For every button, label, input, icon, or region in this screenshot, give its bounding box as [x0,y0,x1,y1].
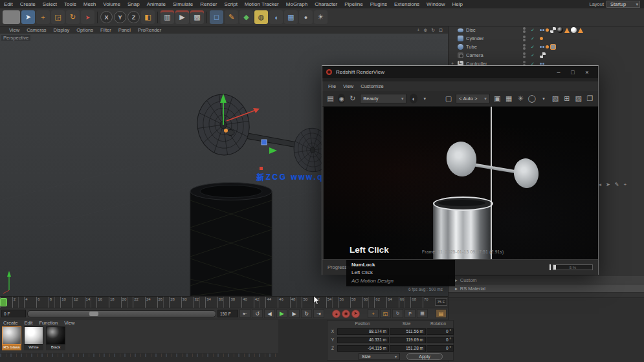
menu-item[interactable]: Motion Tracker [245,1,279,7]
material-menu-item[interactable]: Function [39,320,58,326]
object-label[interactable]: Camera [466,52,518,58]
render-menu-item[interactable]: File [328,83,336,89]
timeline-ruler[interactable]: 0246810121416182022242628303234363840424… [0,297,435,308]
menu-item[interactable]: Render [200,1,217,7]
rotation-field[interactable]: 0 ° [427,345,454,352]
scale-tool[interactable]: ◲ [51,10,65,24]
mograph-button[interactable]: ▦ [284,10,298,24]
autokeying-button[interactable]: ◉ [342,310,350,318]
menu-item[interactable]: Simulate [173,1,193,7]
viewport-menu-item[interactable]: Display [54,27,70,33]
texture-tag-icon[interactable] [550,44,556,50]
white-material-tag-icon[interactable] [571,27,577,33]
keying-settings-button[interactable]: ▤ [436,309,447,318]
play-loop-button[interactable]: ↻ [301,309,312,318]
black-material-tag-icon[interactable] [557,27,563,33]
material-menu-item[interactable]: Edit [25,320,33,326]
add-generator-button[interactable]: ◆ [239,10,253,24]
material-menu-item[interactable]: Create [3,320,18,326]
menu-item[interactable]: Character [315,1,337,7]
object-label[interactable]: Cylinder [466,36,518,41]
key-position-toggle[interactable]: + [368,309,379,318]
render-canvas[interactable]: Frame: 11: 2025-01-13 09:57:51 (2.91s) L… [324,107,598,259]
slider-thumb[interactable] [89,312,98,316]
snapshot-compare-button[interactable]: ▨ [574,93,583,104]
history-button[interactable] [3,10,20,24]
menu-item[interactable]: Animate [147,1,166,7]
material-menu-item[interactable]: View [64,320,74,326]
record-keyframe-button[interactable]: ● [332,310,340,318]
layout-select[interactable]: Startup [606,1,640,8]
enabled-check-icon[interactable]: ✓ [531,36,540,41]
record-options-button[interactable]: ➤ [351,310,360,318]
copy-image-button[interactable]: ❐ [586,93,594,104]
phong-tag-icon[interactable] [540,46,544,48]
display-mode-button[interactable]: ◐ [410,94,417,103]
play-backward-button[interactable]: ↺ [252,309,263,318]
smoothing-tag-icon[interactable] [546,45,549,48]
object-row[interactable]: Camera ✓ [449,51,644,59]
menu-item[interactable]: Plugins [370,1,387,7]
viewport-menu-item[interactable]: ProRender [138,27,161,33]
coordinate-system-button[interactable]: ◧ [141,10,155,24]
pen-icon[interactable]: ✎ [615,182,619,187]
object-row[interactable]: Cylinder ✓ [449,34,644,43]
size-field[interactable]: 511.56 m [390,328,426,335]
minimize-button[interactable]: – [551,69,566,76]
visibility-dots[interactable] [518,36,531,41]
add-spline-button[interactable]: ✎ [225,10,238,24]
object-row[interactable]: Disc ✓ [449,26,644,34]
viewport-menu-item[interactable]: Panel [118,27,131,33]
menu-item[interactable]: Mesh [83,1,96,7]
gap[interactable] [326,309,331,318]
chevron-down-icon[interactable]: ▾ [539,93,548,104]
viewport-nav-icon[interactable]: ⊕ [423,28,427,33]
position-field[interactable]: 46.331 m [337,337,389,343]
maximize-button[interactable]: □ [566,69,580,76]
material-item[interactable]: White [24,326,43,350]
render-settings-button[interactable]: ▩ [190,10,204,24]
pointer-icon[interactable]: ➤ [606,182,610,187]
viewport-menu-item[interactable]: View [9,27,19,33]
play-button[interactable]: ▶ [276,309,287,318]
smoothing-tag-icon[interactable] [546,28,549,32]
render-window-titlebar[interactable]: Redshift RenderView – □ × [322,66,598,78]
render-picture-viewer-button[interactable]: ▶ [175,10,189,24]
visibility-dots[interactable] [518,52,531,58]
last-tool-used[interactable]: ➤ [81,10,94,24]
add-camera-button[interactable]: ● [299,10,313,24]
render-view-button[interactable]: ▥ [161,10,174,24]
material-item[interactable]: RS Glass [2,326,21,350]
chevron-down-icon[interactable]: ▾ [421,93,429,104]
object-label[interactable]: Tube [466,44,518,50]
current-frame-field[interactable]: 0 F [1,310,26,317]
menu-item[interactable]: Tools [64,1,76,7]
phong-tag-icon[interactable] [540,29,544,31]
snowflake-freeze-button[interactable]: ✳ [516,93,525,104]
render-region-button[interactable]: ▢ [444,93,452,104]
material-thumbnail[interactable] [46,326,65,345]
restart-render-button[interactable]: ↻ [348,93,357,104]
size-field[interactable]: 151.28 m [390,345,426,352]
move-tool[interactable]: + [36,10,50,24]
key-parameter-toggle[interactable]: P [405,309,416,318]
menu-item[interactable]: Edit [4,1,13,7]
rs-tag-icon[interactable] [578,28,583,33]
gap[interactable] [361,309,366,318]
enabled-check-icon[interactable]: ✓ [531,45,540,50]
rotation-field[interactable]: 0 ° [427,328,454,335]
render-menu-item[interactable]: View [343,83,353,89]
compositing-tag-icon[interactable] [550,27,556,33]
y-axis-lock-button[interactable]: Y [114,11,126,23]
menu-item[interactable]: Help [452,1,463,7]
attribute-section[interactable]: ▸ Custom [449,276,644,284]
current-frame-marker[interactable] [0,298,7,306]
rotation-field[interactable]: 0 ° [427,337,454,343]
separator[interactable] [97,12,98,23]
next-frame-button[interactable]: ▶ [289,309,300,318]
render-menu-item[interactable]: Customize [361,83,383,89]
goto-start-button[interactable]: ⇤ [239,309,250,318]
add-volume-button[interactable]: ◍ [254,10,268,24]
snapshot-save-button[interactable]: ▧ [551,93,559,104]
attribute-section[interactable]: ▸ RS Material [449,284,644,293]
